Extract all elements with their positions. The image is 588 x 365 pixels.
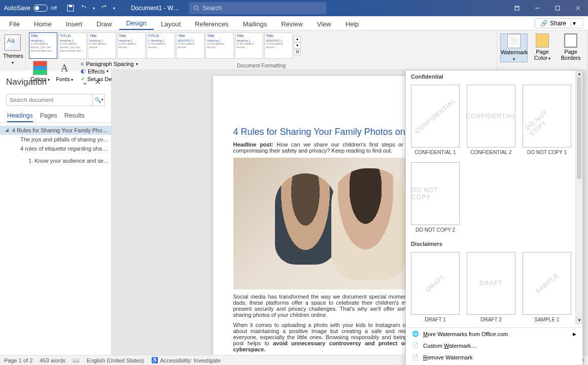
tab-draw[interactable]: Draw xyxy=(89,18,119,30)
document-title: Document1 - W… xyxy=(121,5,189,12)
tree-heading-3[interactable]: 1. Know your audience and se… xyxy=(0,156,111,165)
page-indicator[interactable]: Page 1 of 2 xyxy=(4,357,32,363)
submenu-arrow-icon: ▶ xyxy=(573,332,576,337)
tree-heading-2[interactable]: 4 rules of etiquette regarding sha… xyxy=(0,144,111,153)
autosave-switch[interactable] xyxy=(33,5,48,12)
undo-dropdown-icon[interactable]: ▾ xyxy=(91,3,96,14)
page-color-button[interactable]: Page Color ▾ xyxy=(529,33,556,62)
tab-view[interactable]: View xyxy=(310,18,338,30)
group-label: Document Formatting xyxy=(26,63,497,68)
qat-dropdown-icon[interactable]: ▾ xyxy=(112,3,117,14)
more-watermarks-item[interactable]: 🌐More Watermarks from Office.com▶ xyxy=(406,328,582,340)
page-icon: 📄 xyxy=(412,354,419,360)
style-set-item[interactable]: TitleHeading 1In the gallery above… xyxy=(205,32,234,59)
share-dropdown-icon[interactable]: ▾ xyxy=(570,20,577,27)
watermark-section-confidential: Confidential xyxy=(406,70,582,83)
scroll-thumb[interactable] xyxy=(577,78,581,179)
nav-search-icon[interactable]: 🔍▾ xyxy=(92,94,105,105)
themes-label: Themes xyxy=(3,53,23,59)
navigation-pane: Navigation ⌄ ✕ 🔍▾ Headings Pages Results… xyxy=(0,70,112,355)
maximize-icon[interactable] xyxy=(547,0,568,16)
close-icon[interactable] xyxy=(568,0,588,16)
language-indicator[interactable]: English (United States) xyxy=(87,357,144,363)
tab-insert[interactable]: Insert xyxy=(59,18,90,30)
save-icon[interactable] xyxy=(65,3,76,14)
ribbon-tabs: File Home Insert Draw Design Layout Refe… xyxy=(0,16,588,30)
gallery-scrollbar[interactable]: ▴ ▾ xyxy=(575,70,582,324)
tab-mailings[interactable]: Mailings xyxy=(236,18,274,30)
autosave-toggle[interactable]: AutoSave Off xyxy=(0,5,61,12)
tab-references[interactable]: References xyxy=(188,18,235,30)
word-count[interactable]: 453 words xyxy=(40,357,65,363)
tree-heading-2[interactable]: The joys and pitfalls of sharing yo… xyxy=(0,135,111,144)
scroll-down-icon[interactable]: ▾ xyxy=(576,317,582,324)
svg-point-2 xyxy=(194,6,198,10)
watermark-option[interactable]: SAMPLESAMPLE 1 xyxy=(523,252,571,322)
page-borders-button[interactable]: Page Borders xyxy=(557,33,584,62)
window-controls xyxy=(507,0,588,16)
watermark-option[interactable]: DRAFTDRAFT 2 xyxy=(467,252,515,322)
tab-layout[interactable]: Layout xyxy=(154,18,188,30)
style-set-item[interactable]: TitleHeading 1In the gallery above, you … xyxy=(29,32,57,59)
watermark-menu: 🌐More Watermarks from Office.com▶ 📄Custo… xyxy=(406,327,582,365)
nav-search-input[interactable] xyxy=(7,94,92,105)
nav-tab-results[interactable]: Results xyxy=(64,110,85,122)
nav-search[interactable]: 🔍▾ xyxy=(6,94,105,106)
page-borders-icon xyxy=(564,33,577,48)
tab-design[interactable]: Design xyxy=(119,17,154,30)
tree-heading-1[interactable]: ◢4 Rules for Sharing Your Family Phot… xyxy=(0,126,111,135)
style-set-item[interactable]: TitleHeading 1In the gallery above… xyxy=(88,32,116,59)
tab-file[interactable]: File xyxy=(2,18,27,30)
gallery-down-icon[interactable]: ▾ xyxy=(294,43,301,49)
watermark-gallery-dropdown: ▴ ▾ Confidential CONFIDENTIALCONFIDENTIA… xyxy=(405,70,583,365)
tab-home[interactable]: Home xyxy=(27,18,59,30)
themes-button[interactable]: Themes ▾ xyxy=(3,32,22,65)
svg-rect-1 xyxy=(69,5,72,7)
style-gallery: TitleHeading 1In the gallery above, you … xyxy=(29,32,494,59)
tab-review[interactable]: Review xyxy=(274,18,310,30)
ribbon-design: Themes ▾ TitleHeading 1In the gallery ab… xyxy=(0,30,588,70)
watermark-option[interactable]: CONFIDENTIALCONFIDENTIAL 1 xyxy=(411,85,460,155)
ribbon-display-icon[interactable] xyxy=(507,0,527,16)
watermark-button[interactable]: Watermark▾ xyxy=(500,33,528,62)
title-bar: AutoSave Off ▾ ▾ Document1 - W… xyxy=(0,0,588,16)
page-icon: 📄 xyxy=(412,342,419,349)
style-set-item[interactable]: TITLEHeading 1In the gallery above, you … xyxy=(58,32,87,59)
watermark-option[interactable]: CONFIDENTIALCONFIDENTIAL 2 xyxy=(467,85,515,155)
watermark-section-disclaimers: Disclaimers xyxy=(406,238,582,250)
nav-headings-tree: ◢4 Rules for Sharing Your Family Phot… T… xyxy=(0,123,111,168)
style-set-item[interactable]: TitleHEADING 1In the gallery above… xyxy=(176,32,204,59)
accessibility-indicator[interactable]: ♿ Accessibility: Investigate xyxy=(151,357,221,363)
quick-access-toolbar: ▾ ▾ xyxy=(61,3,121,14)
search-input[interactable] xyxy=(202,5,322,12)
search-bar[interactable] xyxy=(189,2,326,14)
style-set-item[interactable]: TITLE1 Heading 1In the gallery above… xyxy=(147,32,175,59)
remove-watermark-item[interactable]: 📄Remove Watermark xyxy=(406,351,582,363)
watermark-option[interactable]: DO NOT COPYDO NOT COPY 1 xyxy=(523,85,571,155)
watermark-option[interactable]: DRAFTDRAFT 1 xyxy=(411,252,460,322)
style-set-item[interactable]: TitleHEADING 1In the gallery above… xyxy=(264,32,293,59)
gallery-up-icon[interactable]: ▴ xyxy=(294,36,301,42)
effects-icon: ◐ xyxy=(81,68,86,75)
style-set-item[interactable]: TitleHeading 1In the gallery above… xyxy=(117,32,146,59)
scroll-up-icon[interactable]: ▴ xyxy=(576,70,582,78)
save-selection-item: 📄Save Selection to Watermark Gallery… xyxy=(406,363,582,365)
nav-tab-pages[interactable]: Pages xyxy=(40,110,57,122)
autosave-label: AutoSave xyxy=(4,5,30,12)
minimize-icon[interactable] xyxy=(527,0,547,16)
style-set-item[interactable]: TitleHeading 1In the gallery above… xyxy=(235,32,263,59)
tab-help[interactable]: Help xyxy=(338,18,366,30)
share-button[interactable]: 🔗 Share ▾ xyxy=(535,18,583,28)
collapse-icon[interactable]: ◢ xyxy=(5,127,9,132)
undo-icon[interactable] xyxy=(78,3,89,14)
style-gallery-scroll[interactable]: ▴▾⊟ xyxy=(294,32,301,59)
spell-check-icon[interactable]: 📖 xyxy=(73,357,80,363)
watermark-icon xyxy=(507,34,521,48)
gallery-more-icon[interactable]: ⊟ xyxy=(294,49,301,55)
nav-tabs: Headings Pages Results xyxy=(0,110,111,123)
redo-icon[interactable] xyxy=(98,3,110,14)
custom-watermark-item[interactable]: 📄Custom Watermark… xyxy=(406,340,582,351)
nav-tab-headings[interactable]: Headings xyxy=(7,110,33,122)
accessibility-icon: ♿ xyxy=(151,357,158,363)
watermark-option[interactable]: DO NOT COPYDO NOT COPY 2 xyxy=(411,162,460,233)
